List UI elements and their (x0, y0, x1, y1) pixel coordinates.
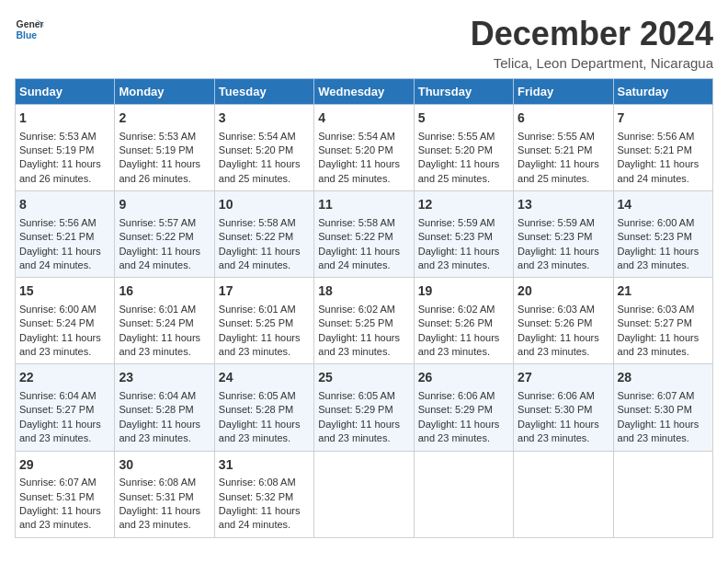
day-info-line: and 23 minutes. (518, 259, 609, 272)
col-header-saturday: Saturday (613, 79, 712, 105)
calendar-cell: 17Sunrise: 6:01 AMSunset: 5:25 PMDayligh… (214, 278, 313, 364)
day-info-line: Daylight: 11 hours (119, 331, 210, 345)
day-info-line: Daylight: 11 hours (318, 418, 409, 431)
day-info-line: Daylight: 11 hours (19, 418, 110, 431)
calendar-cell: 5Sunrise: 5:55 AMSunset: 5:20 PMDaylight… (414, 105, 513, 191)
day-number: 13 (518, 196, 609, 214)
day-info-line: Daylight: 11 hours (518, 418, 609, 431)
day-info-line: Daylight: 11 hours (418, 418, 509, 431)
day-info-line: Daylight: 11 hours (219, 331, 310, 345)
day-number: 20 (518, 282, 609, 301)
day-info-line: Sunrise: 6:01 AM (119, 303, 210, 316)
calendar-cell: 22Sunrise: 6:04 AMSunset: 5:27 PMDayligh… (16, 364, 115, 451)
col-header-thursday: Thursday (414, 79, 513, 105)
day-info-line: Sunset: 5:25 PM (219, 316, 310, 330)
day-info-line: Sunrise: 5:55 AM (518, 130, 609, 144)
day-info-line: Sunset: 5:29 PM (318, 403, 409, 417)
day-info-line: and 24 minutes. (119, 259, 210, 272)
day-number: 1 (19, 109, 110, 128)
calendar-cell: 18Sunrise: 6:02 AMSunset: 5:25 PMDayligh… (314, 278, 414, 364)
day-number: 26 (418, 369, 509, 387)
day-info-line: and 23 minutes. (618, 431, 709, 445)
day-info-line: Sunset: 5:22 PM (318, 230, 409, 244)
day-info-line: Sunrise: 5:53 AM (19, 130, 110, 144)
day-info-line: Sunset: 5:20 PM (219, 144, 310, 157)
day-info-line: Sunset: 5:19 PM (19, 144, 110, 157)
day-info-line: Sunset: 5:23 PM (618, 230, 709, 244)
day-info-line: Daylight: 11 hours (219, 157, 310, 171)
day-info-line: Daylight: 11 hours (618, 331, 709, 345)
day-number: 7 (618, 109, 709, 128)
col-header-wednesday: Wednesday (314, 79, 414, 105)
calendar-cell: 1Sunrise: 5:53 AMSunset: 5:19 PMDaylight… (16, 105, 115, 191)
day-number: 25 (318, 369, 409, 387)
calendar-cell: 26Sunrise: 6:06 AMSunset: 5:29 PMDayligh… (414, 364, 513, 451)
day-info-line: Daylight: 11 hours (219, 418, 310, 431)
day-info-line: Sunset: 5:19 PM (119, 144, 210, 157)
calendar-cell: 19Sunrise: 6:02 AMSunset: 5:26 PMDayligh… (414, 278, 513, 364)
day-info-line: and 23 minutes. (119, 345, 210, 359)
day-info-line: Sunset: 5:22 PM (119, 230, 210, 244)
day-info-line: Sunrise: 6:08 AM (119, 476, 210, 489)
calendar-cell: 31Sunrise: 6:08 AMSunset: 5:32 PMDayligh… (214, 451, 313, 537)
calendar-cell: 15Sunrise: 6:00 AMSunset: 5:24 PMDayligh… (16, 278, 115, 364)
day-info-line: Sunrise: 5:59 AM (518, 216, 609, 230)
day-info-line: Sunrise: 6:07 AM (618, 389, 709, 403)
calendar-cell: 30Sunrise: 6:08 AMSunset: 5:31 PMDayligh… (115, 451, 214, 537)
header-row: SundayMondayTuesdayWednesdayThursdayFrid… (16, 79, 713, 105)
day-number: 2 (119, 109, 210, 128)
day-number: 4 (318, 109, 409, 128)
day-number: 23 (119, 369, 210, 387)
day-info-line: Sunrise: 5:59 AM (418, 216, 509, 230)
calendar-header: SundayMondayTuesdayWednesdayThursdayFrid… (16, 79, 713, 105)
day-info-line: Sunset: 5:30 PM (618, 403, 709, 417)
day-info-line: and 23 minutes. (418, 431, 509, 445)
day-info-line: and 26 minutes. (119, 172, 210, 186)
day-info-line: Sunrise: 6:00 AM (19, 303, 110, 316)
day-info-line: Daylight: 11 hours (418, 331, 509, 345)
day-info-line: Sunrise: 6:04 AM (119, 389, 210, 403)
day-info-line: Sunset: 5:23 PM (418, 230, 509, 244)
calendar-cell: 13Sunrise: 5:59 AMSunset: 5:23 PMDayligh… (514, 191, 613, 278)
day-info-line: Sunrise: 5:56 AM (618, 130, 709, 144)
calendar-cell: 29Sunrise: 6:07 AMSunset: 5:31 PMDayligh… (16, 451, 115, 537)
day-info-line: and 25 minutes. (219, 172, 310, 186)
day-info-line: and 25 minutes. (418, 172, 509, 186)
day-info-line: Daylight: 11 hours (318, 331, 409, 345)
calendar-cell: 25Sunrise: 6:05 AMSunset: 5:29 PMDayligh… (314, 364, 414, 451)
day-info-line: and 24 minutes. (19, 259, 110, 272)
day-info-line: and 23 minutes. (119, 518, 210, 532)
day-info-line: Sunset: 5:21 PM (618, 144, 709, 157)
logo-icon: General Blue (15, 15, 44, 44)
day-info-line: Sunset: 5:26 PM (418, 316, 509, 330)
day-info-line: and 26 minutes. (19, 172, 110, 186)
day-number: 17 (219, 282, 310, 301)
day-info-line: and 23 minutes. (518, 345, 609, 359)
svg-text:Blue: Blue (17, 30, 38, 40)
day-info-line: Daylight: 11 hours (219, 245, 310, 259)
day-info-line: Daylight: 11 hours (518, 157, 609, 171)
svg-text:General: General (17, 19, 44, 29)
day-number: 16 (119, 282, 210, 301)
day-info-line: Sunset: 5:28 PM (119, 403, 210, 417)
day-info-line: Sunrise: 5:53 AM (119, 130, 210, 144)
day-info-line: and 23 minutes. (19, 431, 110, 445)
day-info-line: Sunset: 5:26 PM (518, 316, 609, 330)
day-number: 14 (618, 196, 709, 214)
day-number: 12 (418, 196, 509, 214)
day-number: 27 (518, 369, 609, 387)
day-number: 24 (219, 369, 310, 387)
week-row-4: 22Sunrise: 6:04 AMSunset: 5:27 PMDayligh… (16, 364, 713, 451)
day-info-line: and 23 minutes. (19, 518, 110, 532)
day-info-line: Sunrise: 5:57 AM (119, 216, 210, 230)
day-number: 11 (318, 196, 409, 214)
day-info-line: Daylight: 11 hours (19, 245, 110, 259)
day-info-line: and 23 minutes. (119, 431, 210, 445)
day-info-line: and 24 minutes. (219, 518, 310, 532)
day-info-line: Sunset: 5:29 PM (418, 403, 509, 417)
day-info-line: Sunrise: 6:04 AM (19, 389, 110, 403)
day-info-line: Daylight: 11 hours (119, 418, 210, 431)
day-number: 30 (119, 456, 210, 475)
day-number: 19 (418, 282, 509, 301)
day-info-line: Sunrise: 5:58 AM (318, 216, 409, 230)
